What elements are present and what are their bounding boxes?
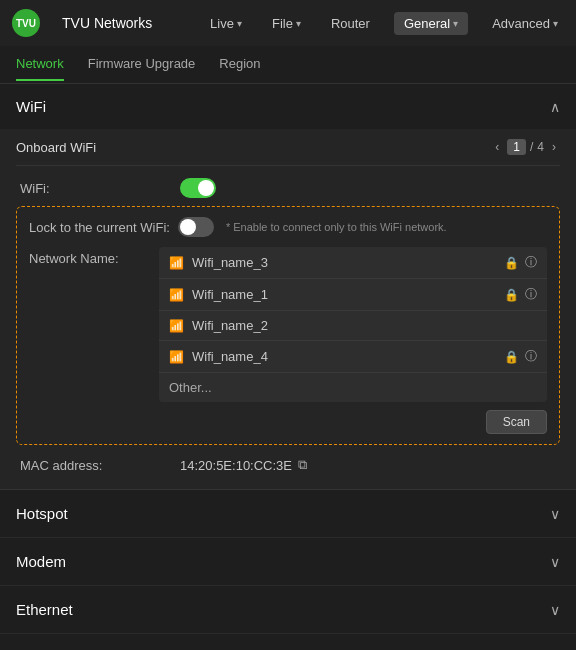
modem-collapse-icon: ∨: [550, 554, 560, 570]
wifi-info-icon[interactable]: ⓘ: [525, 286, 537, 303]
advanced-chevron-icon: ▾: [553, 18, 558, 29]
network-name-label: Network Name:: [29, 247, 159, 266]
wifi-list-item[interactable]: 📶 Wifi_name_1 🔒 ⓘ: [159, 279, 547, 311]
sub-nav-firmware[interactable]: Firmware Upgrade: [88, 48, 196, 81]
nav-file[interactable]: File ▾: [266, 12, 307, 35]
ethernet-collapse-icon: ∨: [550, 602, 560, 618]
wifi-lock-icon: 🔒: [504, 288, 519, 302]
wifi-item-name: Wifi_name_3: [192, 255, 504, 270]
lock-wifi-row: Lock to the current WiFi: * Enable to co…: [29, 217, 547, 237]
modem-section-header[interactable]: Modem ∨: [0, 538, 576, 585]
main-content: WiFi ∧ Onboard WiFi ‹ 1 / 4 › WiFi:: [0, 84, 576, 650]
modem-section-title: Modem: [16, 553, 66, 570]
wifi-section: WiFi ∧ Onboard WiFi ‹ 1 / 4 › WiFi:: [0, 84, 576, 490]
vlan-section: VLAN ∨: [0, 634, 576, 650]
onboard-wifi-label: Onboard WiFi: [16, 140, 96, 155]
nav-live[interactable]: Live ▾: [204, 12, 248, 35]
wifi-item-name: Wifi_name_4: [192, 349, 504, 364]
wifi-signal-icon: 📶: [169, 319, 184, 333]
wifi-info-icon[interactable]: ⓘ: [525, 254, 537, 271]
wifi-signal-icon: 📶: [169, 350, 184, 364]
sub-nav-network[interactable]: Network: [16, 48, 64, 81]
dashed-box: Lock to the current WiFi: * Enable to co…: [16, 206, 560, 445]
hotspot-section-header[interactable]: Hotspot ∨: [0, 490, 576, 537]
onboard-wifi-row: Onboard WiFi ‹ 1 / 4 ›: [16, 129, 560, 166]
wifi-list-item[interactable]: 📶 Wifi_name_4 🔒 ⓘ: [159, 341, 547, 373]
modem-section: Modem ∨: [0, 538, 576, 586]
ethernet-section-title: Ethernet: [16, 601, 73, 618]
hotspot-section-title: Hotspot: [16, 505, 68, 522]
page-total: 4: [537, 140, 544, 154]
page-current: 1: [507, 139, 526, 155]
lock-wifi-hint: * Enable to connect only to this WiFi ne…: [226, 221, 447, 233]
wifi-lock-icon: 🔒: [504, 256, 519, 270]
pagination: ‹ 1 / 4 ›: [491, 139, 560, 155]
page-prev-button[interactable]: ‹: [491, 140, 503, 154]
wifi-collapse-icon: ∧: [550, 99, 560, 115]
nav-general[interactable]: General ▾: [394, 12, 468, 35]
live-chevron-icon: ▾: [237, 18, 242, 29]
lock-wifi-label: Lock to the current WiFi:: [29, 220, 170, 235]
hotspot-section: Hotspot ∨: [0, 490, 576, 538]
sub-nav: Network Firmware Upgrade Region: [0, 46, 576, 84]
scan-button[interactable]: Scan: [486, 410, 547, 434]
wifi-toggle-row: WiFi:: [16, 178, 560, 198]
lock-wifi-toggle-knob: [180, 219, 196, 235]
general-chevron-icon: ▾: [453, 18, 458, 29]
mac-address-label: MAC address:: [20, 458, 180, 473]
copy-mac-icon[interactable]: ⧉: [298, 457, 307, 473]
file-chevron-icon: ▾: [296, 18, 301, 29]
wifi-section-header[interactable]: WiFi ∧: [0, 84, 576, 129]
page-separator: /: [530, 140, 533, 154]
sub-nav-region[interactable]: Region: [219, 48, 260, 81]
page-next-button[interactable]: ›: [548, 140, 560, 154]
scan-row: Scan: [29, 410, 547, 434]
network-name-row: Network Name: 📶 Wifi_name_3 🔒 ⓘ 📶 Wif: [29, 247, 547, 402]
wifi-list: 📶 Wifi_name_3 🔒 ⓘ 📶 Wifi_name_1 🔒 ⓘ: [159, 247, 547, 402]
wifi-item-name: Wifi_name_2: [192, 318, 537, 333]
wifi-info-icon[interactable]: ⓘ: [525, 348, 537, 365]
ethernet-section: Ethernet ∨: [0, 586, 576, 634]
lock-wifi-toggle[interactable]: [178, 217, 214, 237]
brand-name: TVU Networks: [62, 15, 152, 31]
wifi-other-option[interactable]: Other...: [159, 373, 547, 402]
nav-router[interactable]: Router: [325, 12, 376, 35]
vlan-section-header[interactable]: VLAN ∨: [0, 634, 576, 650]
wifi-signal-icon: 📶: [169, 288, 184, 302]
wifi-section-body: Onboard WiFi ‹ 1 / 4 › WiFi:: [0, 129, 576, 489]
ethernet-section-header[interactable]: Ethernet ∨: [0, 586, 576, 633]
mac-address-value: 14:20:5E:10:CC:3E: [180, 458, 292, 473]
wifi-signal-icon: 📶: [169, 256, 184, 270]
wifi-list-item[interactable]: 📶 Wifi_name_3 🔒 ⓘ: [159, 247, 547, 279]
wifi-list-item[interactable]: 📶 Wifi_name_2: [159, 311, 547, 341]
mac-address-row: MAC address: 14:20:5E:10:CC:3E ⧉: [16, 457, 560, 473]
wifi-section-title: WiFi: [16, 98, 46, 115]
nav-advanced[interactable]: Advanced ▾: [486, 12, 564, 35]
wifi-toggle[interactable]: [180, 178, 216, 198]
wifi-toggle-knob: [198, 180, 214, 196]
wifi-toggle-label: WiFi:: [20, 181, 180, 196]
logo-icon: TVU: [12, 9, 40, 37]
wifi-lock-icon: 🔒: [504, 350, 519, 364]
top-nav: TVU TVU Networks Live ▾ File ▾ Router Ge…: [0, 0, 576, 46]
wifi-item-name: Wifi_name_1: [192, 287, 504, 302]
hotspot-collapse-icon: ∨: [550, 506, 560, 522]
